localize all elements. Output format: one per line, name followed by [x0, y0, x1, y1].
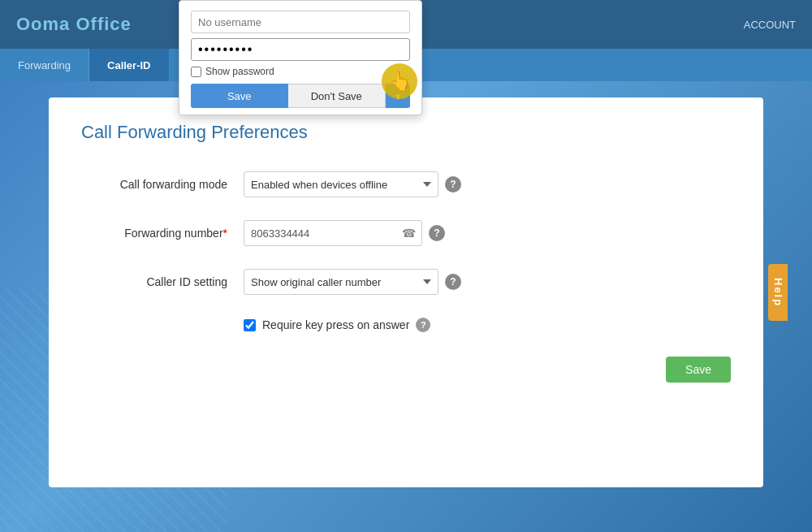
forwarding-number-label: Forwarding number*: [81, 227, 244, 240]
caller-id-setting-label: Caller ID setting: [81, 275, 244, 288]
call-forwarding-mode-select[interactable]: Enabled when devices offline Always enab…: [244, 171, 438, 197]
forwarding-number-help-icon[interactable]: ?: [429, 225, 445, 241]
tab-caller-id[interactable]: Caller-ID: [89, 49, 169, 81]
forwarding-number-input-wrap: ☎: [244, 220, 422, 246]
require-key-press-row: Require key press on answer ?: [244, 318, 731, 332]
username-input[interactable]: [191, 11, 410, 33]
forwarding-number-input[interactable]: [244, 220, 422, 246]
required-marker: *: [223, 227, 227, 240]
phone-icon: ☎: [402, 227, 416, 240]
caller-id-setting-control: Show original caller number Show my numb…: [244, 269, 461, 295]
save-button[interactable]: Save: [666, 357, 731, 383]
forwarding-number-control: ☎ ?: [244, 220, 445, 246]
password-input[interactable]: [191, 38, 410, 61]
caller-id-setting-select[interactable]: Show original caller number Show my numb…: [244, 269, 438, 295]
account-nav[interactable]: ACCOUNT: [744, 19, 796, 31]
page-title: Call Forwarding Preferences: [81, 122, 731, 143]
header-nav: ACCOUNT: [744, 19, 796, 31]
require-key-press-label[interactable]: Require key press on answer: [262, 318, 409, 331]
popup-dropdown-button[interactable]: ▾: [386, 84, 410, 108]
forwarding-number-row: Forwarding number* ☎ ?: [81, 220, 731, 246]
save-button-wrap: Save: [81, 357, 731, 383]
caller-id-help-icon[interactable]: ?: [445, 274, 461, 290]
logo-text: Ooma Office: [16, 14, 132, 34]
show-password-label[interactable]: Show password: [205, 66, 274, 77]
call-forwarding-mode-row: Call forwarding mode Enabled when device…: [81, 171, 731, 197]
call-forwarding-mode-help-icon[interactable]: ?: [445, 176, 461, 192]
call-forwarding-mode-control: Enabled when devices offline Always enab…: [244, 171, 461, 197]
caller-id-setting-row: Caller ID setting Show original caller n…: [81, 269, 731, 295]
require-key-help-icon[interactable]: ?: [416, 318, 430, 332]
main-content: Call Forwarding Preferences Call forward…: [49, 97, 763, 487]
password-popup: Show password Save Don't Save ▾: [179, 0, 422, 115]
logo: Ooma Office: [16, 14, 132, 35]
popup-dont-save-button[interactable]: Don't Save: [288, 84, 387, 108]
show-password-row: Show password: [191, 66, 410, 77]
dropdown-arrow-icon: ▾: [395, 90, 401, 102]
help-side-button[interactable]: Help: [768, 264, 788, 321]
popup-save-button[interactable]: Save: [191, 84, 288, 108]
popup-buttons: Save Don't Save ▾: [191, 84, 410, 108]
show-password-checkbox[interactable]: [191, 67, 201, 77]
require-key-press-checkbox[interactable]: [244, 319, 256, 331]
tab-forwarding[interactable]: Forwarding: [0, 49, 89, 81]
call-forwarding-mode-label: Call forwarding mode: [81, 178, 244, 191]
